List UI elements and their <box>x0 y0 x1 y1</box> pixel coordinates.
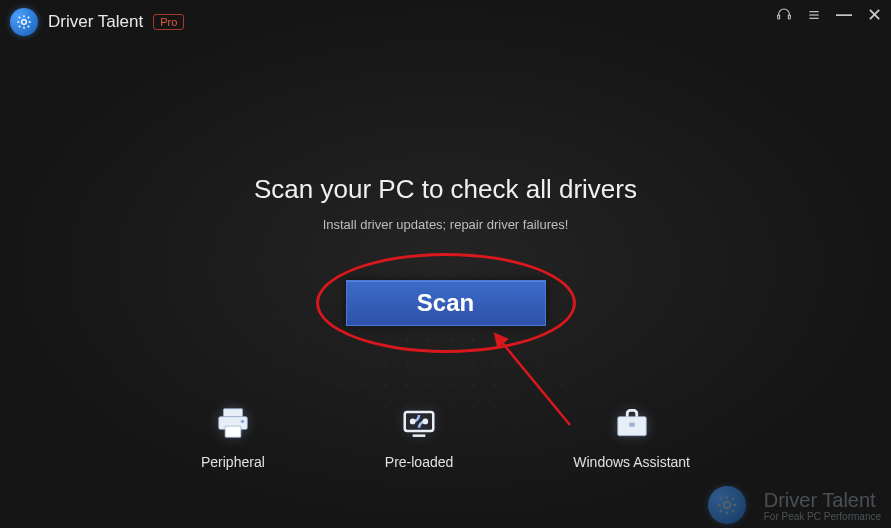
subline: Install driver updates; repair driver fa… <box>0 217 891 232</box>
svg-point-10 <box>241 420 244 423</box>
headline: Scan your PC to check all drivers <box>0 174 891 205</box>
watermark-text: Driver Talent For Peak PC Performance <box>764 489 881 522</box>
features-row: Peripheral Pre-loaded Windows Assistant <box>0 402 891 470</box>
svg-point-13 <box>424 420 427 423</box>
preloaded-icon <box>398 402 440 444</box>
watermark-logo-icon <box>708 486 746 524</box>
svg-point-0 <box>22 20 27 25</box>
pro-badge: Pro <box>153 14 184 30</box>
watermark: Driver Talent For Peak PC Performance <box>708 486 881 524</box>
menu-icon[interactable] <box>805 6 823 24</box>
support-icon[interactable] <box>775 6 793 24</box>
scan-button-wrap: Scan <box>346 280 546 326</box>
app-title: Driver Talent <box>48 12 143 32</box>
svg-rect-9 <box>225 426 241 437</box>
svg-point-12 <box>411 420 414 423</box>
svg-rect-7 <box>223 409 242 417</box>
printer-icon <box>212 402 254 444</box>
titlebar-controls: — ✕ <box>775 6 883 24</box>
main-area: Scan your PC to check all drivers Instal… <box>0 44 891 326</box>
watermark-sub: For Peak PC Performance <box>764 511 881 522</box>
watermark-title: Driver Talent <box>764 489 881 511</box>
svg-rect-11 <box>405 412 434 431</box>
briefcase-icon <box>611 402 653 444</box>
scan-button[interactable]: Scan <box>346 280 546 326</box>
feature-windows-assistant[interactable]: Windows Assistant <box>573 402 690 470</box>
svg-rect-15 <box>629 423 634 426</box>
feature-label: Peripheral <box>201 454 265 470</box>
svg-point-16 <box>724 502 730 508</box>
feature-label: Windows Assistant <box>573 454 690 470</box>
minimize-button[interactable]: — <box>835 6 853 24</box>
app-logo-icon <box>10 8 38 36</box>
feature-peripheral[interactable]: Peripheral <box>201 402 265 470</box>
close-button[interactable]: ✕ <box>865 6 883 24</box>
titlebar: Driver Talent Pro — ✕ <box>0 0 891 44</box>
feature-preloaded[interactable]: Pre-loaded <box>385 402 454 470</box>
feature-label: Pre-loaded <box>385 454 454 470</box>
